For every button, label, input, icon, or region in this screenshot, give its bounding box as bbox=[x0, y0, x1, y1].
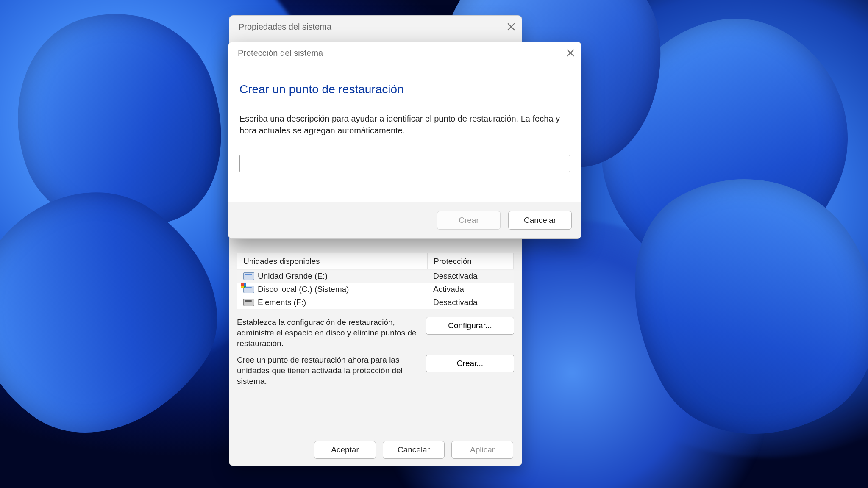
drive-icon bbox=[243, 272, 254, 280]
protection-section: Unidades disponibles Protección Unidad G… bbox=[237, 253, 514, 386]
configure-button[interactable]: Configurar... bbox=[426, 317, 514, 335]
create-restore-point-dialog: Protección del sistema Crear un punto de… bbox=[228, 42, 581, 239]
table-row[interactable]: Elements (F:) Desactivada bbox=[237, 296, 514, 309]
drive-protection: Desactivada bbox=[427, 296, 514, 309]
drive-icon bbox=[243, 286, 254, 293]
ok-button[interactable]: Aceptar bbox=[314, 441, 376, 459]
table-header: Unidades disponibles Protección bbox=[237, 253, 514, 269]
create-button[interactable]: Crear bbox=[437, 211, 501, 230]
close-icon[interactable] bbox=[506, 22, 516, 31]
dialog-description: Escriba una descripción para ayudar a id… bbox=[239, 113, 570, 136]
table-row[interactable]: Disco local (C:) (Sistema) Activada bbox=[237, 283, 514, 296]
dialog-footer: Aceptar Cancelar Aplicar bbox=[229, 434, 522, 466]
col-drives: Unidades disponibles bbox=[237, 253, 428, 269]
drive-protection: Desactivada bbox=[427, 270, 514, 283]
window-title: Protección del sistema bbox=[238, 48, 566, 58]
table-row[interactable]: Unidad Grande (E:) Desactivada bbox=[237, 269, 514, 283]
drive-protection: Activada bbox=[427, 283, 514, 296]
titlebar[interactable]: Protección del sistema bbox=[228, 42, 581, 64]
apply-button[interactable]: Aplicar bbox=[451, 441, 513, 459]
restore-point-description-input[interactable] bbox=[239, 155, 570, 172]
configure-help-text: Establezca la configuración de restaurac… bbox=[237, 317, 418, 349]
drive-name: Elements (F:) bbox=[258, 298, 306, 307]
create-restore-point-button[interactable]: Crear... bbox=[426, 355, 514, 372]
create-help-text: Cree un punto de restauración ahora para… bbox=[237, 355, 418, 386]
cancel-button[interactable]: Cancelar bbox=[508, 211, 572, 230]
window-title: Propiedades del sistema bbox=[239, 22, 506, 32]
cancel-button[interactable]: Cancelar bbox=[383, 441, 445, 459]
col-protection: Protección bbox=[428, 253, 514, 269]
dialog-footer: Crear Cancelar bbox=[228, 202, 581, 238]
drives-table: Unidades disponibles Protección Unidad G… bbox=[237, 253, 514, 309]
drive-name: Unidad Grande (E:) bbox=[258, 272, 328, 281]
drive-icon bbox=[243, 299, 254, 306]
drive-name: Disco local (C:) (Sistema) bbox=[258, 285, 349, 294]
dialog-heading: Crear un punto de restauración bbox=[239, 83, 570, 96]
close-icon[interactable] bbox=[566, 48, 575, 58]
titlebar[interactable]: Propiedades del sistema bbox=[229, 16, 522, 38]
